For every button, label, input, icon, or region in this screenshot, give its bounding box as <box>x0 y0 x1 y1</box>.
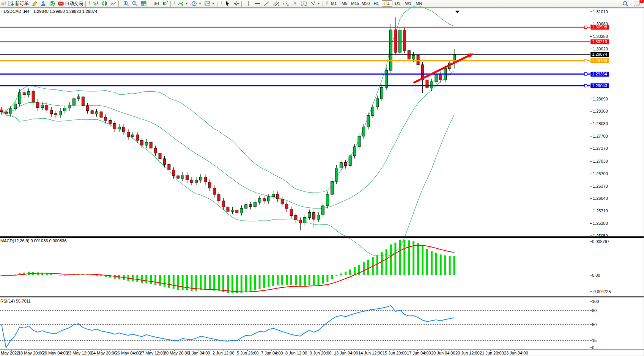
bear-candle <box>186 175 189 180</box>
bear-candle <box>159 153 161 159</box>
time-axis-label: 20 Jun 12:00 <box>455 351 480 355</box>
time-axis-label: 15 Jun 20:00 <box>383 351 407 355</box>
macd-bar <box>231 275 233 293</box>
bull-candle <box>59 111 62 115</box>
bull-candle <box>372 107 374 116</box>
level-price-tag[interactable]: 1.30598 <box>590 25 609 30</box>
bear-candle <box>249 205 252 207</box>
time-axis-label: 30 May 20:00 <box>164 351 189 355</box>
bull-candle <box>376 99 379 107</box>
bull-candle <box>258 199 261 202</box>
bull-candle <box>349 156 351 166</box>
macd-bar <box>141 275 143 283</box>
bull-candle <box>353 147 356 156</box>
macd-bar <box>318 275 320 285</box>
bear-candle <box>426 80 428 88</box>
macd-bar <box>381 252 383 275</box>
macd-bar <box>68 275 70 275</box>
macd-values: 0.001086 0.000836 <box>30 238 66 243</box>
ohlc-values: 1.29848 1.29958 1.29820 1.29874 <box>33 9 97 14</box>
bear-candle <box>168 165 170 170</box>
bull-candle <box>430 82 433 88</box>
macd-bar <box>250 275 252 292</box>
chart-canvas[interactable] <box>0 0 644 356</box>
price-axis-label: 1.26040 <box>593 196 608 201</box>
time-axis-label: 20 Jun 04:00 <box>431 351 455 355</box>
bear-candle <box>204 177 206 182</box>
bull-candle <box>68 105 71 108</box>
bear-candle <box>285 204 288 209</box>
chart-shift-marker[interactable] <box>455 11 460 13</box>
macd-bar <box>376 255 378 275</box>
bear-candle <box>82 97 84 106</box>
rsi-axis-label: 80 <box>592 308 597 313</box>
macd-bar <box>182 275 184 290</box>
level-handle[interactable] <box>584 60 587 62</box>
macd-bar <box>177 275 179 290</box>
price-axis-label: 1.30350 <box>593 34 608 39</box>
level-price-tag[interactable]: 1.30210 <box>590 39 609 44</box>
time-axis-label: 27 May 12:00 <box>140 351 165 355</box>
price-axis-label: 1.28030 <box>593 121 608 126</box>
bull-candle <box>27 91 30 95</box>
time-axis-label: 20 May 04:00 <box>43 351 68 355</box>
bull-candle <box>145 142 148 145</box>
bear-candle <box>408 50 410 59</box>
macd-label: MACD(12,26,9) <box>0 238 29 243</box>
bull-candle <box>41 105 44 108</box>
bear-candle <box>344 163 347 166</box>
macd-bar <box>114 275 116 279</box>
price-axis-label: 1.25710 <box>593 209 608 213</box>
macd-bar <box>431 251 433 275</box>
level-handle[interactable] <box>584 85 587 87</box>
macd-bar <box>213 275 215 291</box>
macd-bar <box>200 275 202 290</box>
bear-candle <box>394 30 397 52</box>
bear-candle <box>213 188 216 194</box>
level-price-tag[interactable]: 1.29706 <box>590 58 609 63</box>
bull-candle <box>381 87 383 99</box>
bear-candle <box>236 210 238 213</box>
macd-bar <box>173 275 175 289</box>
bear-candle <box>439 74 442 80</box>
macd-bar <box>100 275 102 276</box>
macd-bar <box>413 241 414 275</box>
bear-candle <box>50 110 53 114</box>
macd-axis-label: -0.004725 <box>592 289 611 294</box>
bull-candle <box>199 177 202 180</box>
macd-bar <box>259 275 261 289</box>
bear-candle <box>150 142 152 148</box>
rsi-axis-label: 50 <box>592 322 597 327</box>
time-axis-label: 5 Jun 23:00 <box>237 351 259 355</box>
level-price-tag[interactable]: 1.29354 <box>590 72 609 77</box>
time-axis-label: 2 Jun 12:00 <box>213 351 235 355</box>
bull-candle <box>267 197 270 201</box>
bear-candle <box>36 102 39 108</box>
time-axis-label: 23 May 12:00 <box>67 351 92 355</box>
bull-candle <box>398 30 401 53</box>
bull-candle <box>435 74 438 82</box>
candles <box>0 17 456 230</box>
level-handle[interactable] <box>584 73 587 75</box>
time-axis-label: 13 Jun 04:00 <box>334 351 358 355</box>
bull-candle <box>18 93 21 104</box>
macd-bar <box>349 270 351 275</box>
macd-bar <box>268 275 269 287</box>
macd-bar <box>335 275 337 276</box>
macd-bar <box>358 265 360 275</box>
level-handle[interactable] <box>584 26 587 28</box>
bull-candle <box>14 104 16 109</box>
macd-bar <box>145 275 147 283</box>
level-price-tag[interactable]: 1.29043 <box>590 83 609 88</box>
bear-candle <box>227 207 229 212</box>
bear-candle <box>113 124 116 129</box>
bull-candle <box>385 71 388 88</box>
bear-candle <box>91 111 93 114</box>
time-axis-label: 23 Jun 04:00 <box>504 351 528 355</box>
macd-bar <box>422 246 424 275</box>
price-axis-label: 1.31010 <box>593 9 608 14</box>
bull-candle <box>358 136 361 147</box>
bull-candle <box>195 180 197 182</box>
time-axis-label: 7 Jun 04:00 <box>261 351 283 355</box>
macd-bar <box>453 256 455 275</box>
